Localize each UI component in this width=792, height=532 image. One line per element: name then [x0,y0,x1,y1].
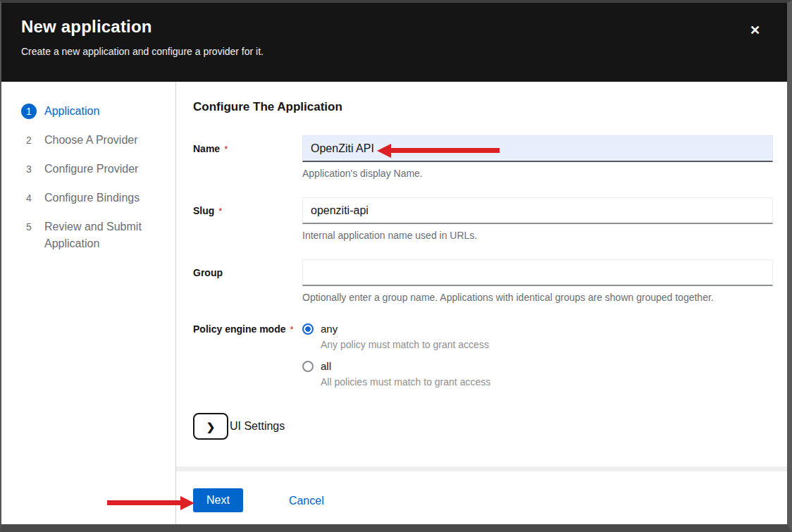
wizard-step-configure-bindings[interactable]: 4 Configure Bindings [21,190,168,206]
step-number: 1 [21,104,37,119]
step-number: 2 [21,132,37,148]
form-row-group: Group Optionally enter a group name. App… [193,259,773,303]
policy-mode-all-label: all [321,360,331,372]
step-number: 5 [21,219,37,235]
ui-settings-expand-button[interactable]: ❯ [193,413,228,440]
form-row-slug: Slug* Internal application name used in … [193,197,773,241]
policy-mode-any-helper: Any policy must match to grant access [321,339,773,350]
group-label: Group [193,267,223,278]
wizard-step-review-submit[interactable]: 5 Review and Submit Application [21,218,168,252]
radio-icon [302,361,314,372]
modal-header: New application Create a new application… [1,3,787,82]
close-icon: ✕ [750,23,760,37]
wizard-steps-nav: 1 Application 2 Choose A Provider 3 Conf… [1,82,176,524]
next-button[interactable]: Next [193,488,243,512]
policy-engine-mode-label: Policy engine mode [193,323,285,335]
modal-subtitle: Create a new application and configure a… [21,46,767,57]
modal-footer: Next Cancel [176,471,787,524]
step-label: Application [44,103,99,120]
step-number: 4 [21,190,37,206]
step-label: Review and Submit Application [44,218,156,252]
required-marker: * [290,324,293,335]
name-input[interactable] [302,135,773,162]
step-heading: Configure The Application [193,100,773,114]
ui-settings-label: UI Settings [230,420,285,433]
form-row-policy-engine-mode: Policy engine mode* any Any policy must … [193,321,773,388]
new-application-modal: New application Create a new application… [0,0,792,532]
name-helper-text: Application's display Name. [302,168,773,179]
arrow-head-left-icon [377,144,391,158]
group-helper-text: Optionally enter a group name. Applicati… [302,292,773,303]
wizard-step-content: Configure The Application Name* Applicat… [176,82,787,466]
wizard-step-choose-provider[interactable]: 2 Choose A Provider [21,132,168,149]
required-marker: * [218,206,222,216]
policy-mode-any-radio[interactable]: any [302,323,773,335]
name-label: Name [193,143,220,154]
slug-label: Slug [193,205,214,216]
radio-icon [302,323,314,335]
required-marker: * [224,144,228,154]
step-label: Configure Provider [44,161,138,178]
slug-helper-text: Internal application name used in URLs. [302,230,773,241]
slug-input[interactable] [302,197,773,224]
cancel-link[interactable]: Cancel [289,488,324,507]
arrow-head-right-icon [180,496,194,510]
ui-settings-expander: ❯ UI Settings [193,413,773,440]
wizard-step-application[interactable]: 1 Application [21,103,168,120]
policy-mode-all-helper: All policies must match to grant access [321,376,773,388]
wizard-step-configure-provider[interactable]: 3 Configure Provider [21,161,168,178]
group-input[interactable] [302,259,773,286]
annotation-arrow-name-input [377,144,500,158]
footer-separator [176,466,787,471]
policy-mode-any-label: any [321,323,338,335]
policy-mode-all-radio[interactable]: all [302,360,773,372]
step-label: Choose A Provider [44,132,138,149]
chevron-right-icon: ❯ [206,421,216,433]
step-number: 3 [21,161,37,177]
modal-title: New application [21,17,767,37]
close-button[interactable]: ✕ [750,24,760,37]
annotation-arrow-next-button [107,496,194,510]
step-label: Configure Bindings [44,190,140,206]
